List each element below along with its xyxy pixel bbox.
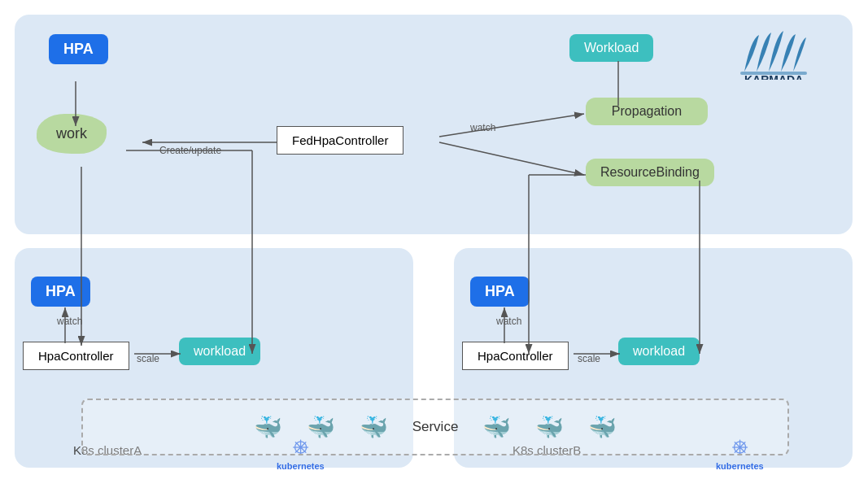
docker-icon-4: 🐳: [482, 414, 511, 441]
docker-icon-6: 🐳: [588, 414, 617, 441]
hpa-b-label: HPA: [470, 277, 530, 307]
hpa-controller-a-node: HpaController: [23, 342, 129, 370]
hpa-a-node: HPA: [31, 277, 90, 307]
workload-b-node: workload: [618, 338, 700, 365]
docker-icon-2: 🐳: [307, 414, 335, 441]
scale-b-label: scale: [578, 353, 600, 364]
watch-right-label: watch: [470, 122, 495, 133]
scale-a-label: scale: [137, 353, 159, 364]
top-panel: [15, 15, 853, 234]
fed-hpa-controller-label: FedHpaController: [277, 126, 403, 155]
docker-icon-5: 🐳: [535, 414, 564, 441]
karmada-logo: KARMADA: [736, 23, 809, 80]
hpa-controller-b-node: HpaController: [462, 342, 569, 370]
watch-a-label: watch: [57, 316, 82, 327]
docker-icon-1: 🐳: [254, 414, 282, 441]
workload-a-label: workload: [179, 338, 260, 365]
work-node: work: [37, 114, 107, 154]
watch-b-label: watch: [496, 316, 521, 327]
hpa-top-node: HPA: [49, 34, 108, 64]
hpa-controller-a-label: HpaController: [23, 342, 129, 370]
svg-text:KARMADA: KARMADA: [744, 73, 803, 80]
workload-top-node: Workload: [569, 34, 653, 62]
resource-binding-label: ResourceBinding: [586, 159, 714, 186]
hpa-top-label: HPA: [49, 34, 108, 64]
work-label: work: [37, 114, 107, 154]
hpa-b-node: HPA: [470, 277, 530, 307]
hpa-a-label: HPA: [31, 277, 90, 307]
workload-top-label: Workload: [569, 34, 653, 62]
resource-binding-node: ResourceBinding: [586, 159, 714, 186]
workload-a-node: workload: [179, 338, 260, 365]
propagation-label: Propagation: [586, 98, 708, 125]
docker-icon-3: 🐳: [360, 414, 388, 441]
propagation-node: Propagation: [586, 98, 708, 125]
service-label: Service: [412, 419, 459, 435]
service-box: 🐳 🐳 🐳 Service 🐳 🐳 🐳: [81, 399, 789, 455]
hpa-controller-b-label: HpaController: [462, 342, 569, 370]
workload-b-label: workload: [618, 338, 700, 365]
karmada-brand: KARMADA: [736, 23, 809, 80]
create-update-label: Create/update: [159, 145, 221, 156]
fed-hpa-controller-node: FedHpaController: [277, 126, 403, 155]
